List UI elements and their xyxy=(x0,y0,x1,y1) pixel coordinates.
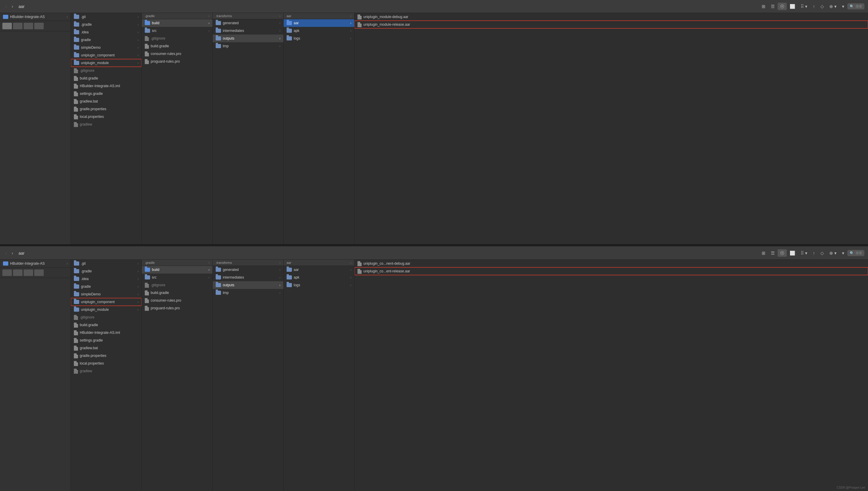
top-col1-idea-chevron: › xyxy=(138,31,139,34)
top-col3-intermediates[interactable]: intermediates › xyxy=(213,27,283,34)
top-col4-logs[interactable]: logs › xyxy=(284,34,354,42)
top-col1-git[interactable]: .git › xyxy=(71,13,142,21)
bottom-forward-button[interactable]: › xyxy=(10,249,15,257)
bottom-col1-simpleDemo[interactable]: simpleDemo › xyxy=(71,290,142,298)
top-col4-aar[interactable]: aar › xyxy=(284,19,354,27)
bottom-search-box[interactable]: 🔍 搜索 xyxy=(847,250,864,256)
top-col1-hbuilder-iml[interactable]: HBuilder-Integrate-AS.iml xyxy=(71,82,142,90)
bottom-back-button[interactable]: ‹ xyxy=(4,249,8,257)
top-sidebar-header[interactable]: HBuilder-Integrate-AS › xyxy=(0,13,70,21)
top-col1-local-properties[interactable]: local.properties xyxy=(71,113,142,120)
bottom-col1-hbuilder-iml[interactable]: HBuilder-Integrate-AS.iml xyxy=(71,329,142,337)
top-col1-gradlew[interactable]: gradlew xyxy=(71,120,142,128)
bottom-col1-gradlew[interactable]: gradlew xyxy=(71,367,142,375)
top-col1-build-gradle[interactable]: build.gradle xyxy=(71,75,142,82)
bottom-col2-proguard-rules[interactable]: proguard-rules.pro xyxy=(142,304,212,312)
bottom-col2-build-gradle[interactable]: build.gradle xyxy=(142,289,212,297)
top-search-box[interactable]: 🔍 搜索 xyxy=(847,3,864,9)
top-col1-gradle[interactable]: .gradle › xyxy=(71,21,142,28)
top-col1-uniplugin-component[interactable]: uniplugin_component › xyxy=(71,51,142,59)
bottom-col5-release-aar-icon xyxy=(357,269,361,274)
bottom-col1-idea[interactable]: .idea › xyxy=(71,275,142,283)
bottom-col3-tmp[interactable]: tmp › xyxy=(213,289,283,297)
bottom-col4-apk[interactable]: apk › xyxy=(284,273,354,281)
bottom-col2-build-label: build xyxy=(152,268,207,272)
bottom-col1-local-properties[interactable]: local.properties xyxy=(71,359,142,367)
bottom-col1-gitignore[interactable]: .gitignore xyxy=(71,313,142,321)
bottom-icon-list[interactable]: ☰ xyxy=(769,249,777,257)
bottom-col4-aar[interactable]: aar › xyxy=(284,266,354,273)
top-col2-src[interactable]: src › xyxy=(142,27,212,34)
top-col2-build-gradle-label: build.gradle xyxy=(151,44,209,48)
top-col4-apk[interactable]: apk › xyxy=(284,27,354,34)
top-icon-list[interactable]: ☰ xyxy=(769,3,777,10)
bottom-col5-release-aar[interactable]: uniplugin_co...ent-release.aar xyxy=(354,267,868,275)
bottom-col1-git[interactable]: .git › xyxy=(71,260,142,267)
top-icon-gallery[interactable]: ⬜ xyxy=(787,3,798,10)
top-col2-build-gradle[interactable]: build.gradle xyxy=(142,42,212,50)
bottom-col1-gradle-properties[interactable]: gradle.properties xyxy=(71,352,142,359)
bottom-icon-share[interactable]: ↑ xyxy=(810,249,817,257)
bottom-col4-logs-icon xyxy=(287,283,292,287)
bottom-col3-outputs-chevron: › xyxy=(280,284,280,287)
top-col1-simpleDemo[interactable]: simpleDemo › xyxy=(71,44,142,51)
bottom-col3-outputs[interactable]: outputs › xyxy=(213,281,283,289)
bottom-col1-uniplugin-component[interactable]: uniplugin_component › xyxy=(71,298,142,306)
bottom-col1-gradle-dir-label: gradle xyxy=(81,285,136,289)
top-icon-apps[interactable]: ⠿ ▾ xyxy=(798,3,810,10)
bottom-col1-gradle[interactable]: .gradle › xyxy=(71,267,142,275)
bottom-col2-src[interactable]: src › xyxy=(142,273,212,281)
top-col3-outputs[interactable]: outputs › xyxy=(213,34,283,42)
bottom-icon-action[interactable]: ⊕ ▾ xyxy=(827,249,839,257)
top-col1-gradlew-bat[interactable]: gradlew.bat xyxy=(71,97,142,105)
top-col1-gradle-properties[interactable]: gradle.properties xyxy=(71,105,142,113)
bottom-col3-generated[interactable]: generated › xyxy=(213,266,283,273)
bottom-col3-intermediates[interactable]: intermediates › xyxy=(213,273,283,281)
bottom-col1-build-gradle[interactable]: build.gradle xyxy=(71,321,142,329)
top-col1-uniplugin-module[interactable]: uniplugin_module › xyxy=(71,59,142,67)
top-col1-gitignore[interactable]: .gitignore xyxy=(71,67,142,75)
bottom-col4-logs[interactable]: logs › xyxy=(284,281,354,289)
top-col2-proguard-rules[interactable]: proguard-rules.pro xyxy=(142,58,212,65)
bottom-col1-settings-gradle[interactable]: settings.gradle xyxy=(71,337,142,344)
bottom-col2-consumer-rules[interactable]: consumer-rules.pro xyxy=(142,297,212,304)
bottom-icon-apps[interactable]: ⠿ ▾ xyxy=(798,249,810,257)
bottom-icon-grid[interactable]: ⊞ xyxy=(759,249,768,257)
top-col2-consumer-rules[interactable]: consumer-rules.pro xyxy=(142,50,212,58)
top-col5-release-aar[interactable]: uniplugin_module-release.aar xyxy=(354,21,868,28)
bottom-col2: .gradle › build › src › .gitignore xyxy=(142,260,213,491)
bottom-icon-tag[interactable]: ◇ xyxy=(818,249,826,257)
top-icon-share[interactable]: ↑ xyxy=(810,3,817,10)
top-col1-idea[interactable]: .idea › xyxy=(71,28,142,36)
bottom-sidebar-header[interactable]: HBuilder-Integrate-AS › xyxy=(0,260,70,268)
top-col2-header-label: .gradle xyxy=(145,14,209,18)
top-icon-action[interactable]: ⊕ ▾ xyxy=(827,3,839,10)
top-icon-grid[interactable]: ⊞ xyxy=(759,3,768,10)
top-col4-logs-label: logs xyxy=(294,36,349,40)
top-col2-build-label: build xyxy=(152,21,207,25)
bottom-col5-debug-aar[interactable]: uniplugin_co...nent-debug.aar xyxy=(354,260,868,267)
top-icon-columns[interactable]: ⦿ xyxy=(778,3,787,10)
top-col3-generated[interactable]: generated › xyxy=(213,19,283,27)
bottom-col1-gradle-dir[interactable]: gradle › xyxy=(71,283,142,290)
bottom-sidebar-column: HBuilder-Integrate-AS › xyxy=(0,260,71,491)
top-col2-gitignore[interactable]: .gitignore xyxy=(142,34,212,42)
top-sidebar-column: HBuilder-Integrate-AS › xyxy=(0,13,71,244)
top-forward-button[interactable]: › xyxy=(10,3,15,10)
top-icon-more[interactable]: ▾ xyxy=(840,3,847,10)
top-back-button[interactable]: ‹ xyxy=(4,3,8,10)
top-col2-build[interactable]: build › xyxy=(142,19,212,27)
top-icon-tag[interactable]: ◇ xyxy=(818,3,826,10)
bottom-col1-gradlew-bat[interactable]: gradlew.bat xyxy=(71,344,142,352)
top-col5-debug-aar[interactable]: uniplugin_module-debug.aar xyxy=(354,13,868,21)
bottom-col2-build[interactable]: build › xyxy=(142,266,212,273)
bottom-icon-gallery[interactable]: ⬜ xyxy=(787,249,798,257)
bottom-icon-columns[interactable]: ⦿ xyxy=(778,249,787,257)
top-col1-gradle-dir[interactable]: gradle › xyxy=(71,36,142,44)
bottom-col2-gitignore[interactable]: .gitignore xyxy=(142,281,212,289)
top-col3-intermediates-chevron: › xyxy=(280,29,280,32)
bottom-icon-more[interactable]: ▾ xyxy=(840,249,847,257)
top-col3-tmp[interactable]: tmp › xyxy=(213,42,283,50)
top-col1-settings-gradle[interactable]: settings.gradle xyxy=(71,90,142,97)
bottom-col1-uniplugin-module[interactable]: uniplugin_module › xyxy=(71,306,142,313)
